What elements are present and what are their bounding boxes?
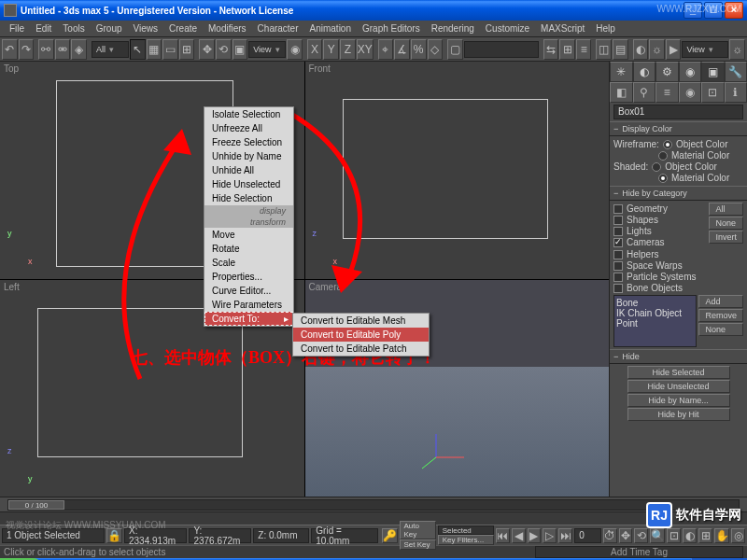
cm-convert-to[interactable]: Convert To: Convert to Editable Mesh Con… <box>204 312 293 326</box>
shapes-check[interactable] <box>613 216 623 225</box>
coord-z[interactable]: Z: 0.0mm <box>253 528 309 543</box>
menu-character[interactable]: Character <box>252 23 304 34</box>
menu-tools[interactable]: Tools <box>57 23 90 34</box>
scale-button[interactable]: ▣ <box>233 39 248 60</box>
restrict-y-button[interactable]: Y <box>323 39 339 60</box>
nav-icon[interactable]: 🔍 <box>650 528 665 543</box>
percent-snap-button[interactable]: % <box>411 39 427 60</box>
lights-check[interactable] <box>613 227 623 236</box>
sub-icon[interactable]: ℹ <box>725 82 748 103</box>
invert-button[interactable]: Invert <box>709 231 743 244</box>
hide-byhit-button[interactable]: Hide by Hit <box>627 408 730 421</box>
particles-check[interactable] <box>613 273 623 282</box>
bind-button[interactable]: ◈ <box>71 39 87 60</box>
selected-name-field[interactable]: Box01 <box>613 105 743 119</box>
helpers-check[interactable] <box>613 250 623 259</box>
autokey-button[interactable]: Auto Key <box>400 521 436 539</box>
cm-convert-patch[interactable]: Convert to Editable Patch <box>293 342 429 356</box>
cm-isolate[interactable]: Isolate Selection <box>204 107 293 121</box>
cm-unhide-all[interactable]: Unhide All <box>204 163 293 177</box>
menu-create[interactable]: Create <box>163 23 203 34</box>
cm-unhide-name[interactable]: Unhide by Name <box>204 149 293 163</box>
render-last-button[interactable]: ☼ <box>729 39 745 60</box>
coord-x[interactable]: X: 2334.913m <box>124 528 187 543</box>
cm-convert-mesh[interactable]: Convert to Editable Mesh <box>293 314 429 328</box>
nav-icon[interactable]: ⟲ <box>634 528 648 543</box>
sub-icon[interactable]: ⚲ <box>633 82 656 103</box>
modify-tab[interactable]: ◐ <box>633 62 656 82</box>
sub-icon[interactable]: ◧ <box>610 82 633 103</box>
menu-rendering[interactable]: Rendering <box>426 23 480 34</box>
selection-filter[interactable]: All <box>92 41 129 58</box>
menu-animation[interactable]: Animation <box>304 23 357 34</box>
select-region-button[interactable]: ▭ <box>162 39 178 60</box>
close-button[interactable]: × <box>725 2 743 19</box>
keymode-select[interactable]: Selected <box>438 525 494 535</box>
link-button[interactable]: ⚯ <box>38 39 54 60</box>
menu-grapheditors[interactable]: Graph Editors <box>357 23 426 34</box>
rollout-hide[interactable]: Hide <box>610 349 747 364</box>
nav-icon[interactable]: ◎ <box>731 528 745 543</box>
bones-check[interactable] <box>613 284 623 293</box>
sub-icon[interactable]: ◉ <box>679 82 702 103</box>
add-button[interactable]: Add <box>698 295 743 308</box>
trackview-button[interactable]: ▤ <box>613 39 628 60</box>
display-tab[interactable]: ▣ <box>701 62 725 82</box>
material-editor-button[interactable]: ◐ <box>633 39 649 60</box>
time-tag[interactable]: Add Time Tag <box>535 546 743 558</box>
cm-convert-poly[interactable]: Convert to Editable Poly <box>293 328 429 342</box>
geometry-check[interactable] <box>613 204 623 214</box>
mirror-button[interactable]: ⇆ <box>543 39 559 60</box>
sub-icon[interactable]: ⊡ <box>701 82 725 103</box>
remove-button[interactable]: Remove <box>698 309 743 322</box>
cm-curve-editor[interactable]: Curve Editor... <box>204 284 293 298</box>
cm-hide-unsel[interactable]: Hide Unselected <box>204 177 293 191</box>
keymode-icon[interactable]: 🔑 <box>382 528 398 543</box>
move-button[interactable]: ✥ <box>199 39 215 60</box>
window-crossing-button[interactable]: ⊞ <box>179 39 195 60</box>
ref-coord-system[interactable]: View <box>248 41 286 58</box>
menu-help[interactable]: Help <box>590 23 621 34</box>
frame-field[interactable]: 0 <box>574 528 600 543</box>
cm-freeze-sel[interactable]: Freeze Selection <box>204 135 293 149</box>
viewport-front[interactable]: Front zx <box>305 62 610 279</box>
time-knob[interactable]: 0 / 100 <box>8 500 64 510</box>
select-name-button[interactable]: ▦ <box>147 39 162 60</box>
setkey-button[interactable]: Set Key <box>400 539 436 550</box>
restrict-z-button[interactable]: Z <box>340 39 356 60</box>
rollout-hide-category[interactable]: Hide by Category <box>610 186 747 201</box>
pivot-button[interactable]: ◉ <box>287 39 303 60</box>
sub-icon[interactable]: ≡ <box>655 82 679 103</box>
hide-unselected-button[interactable]: Hide Unselected <box>627 380 730 393</box>
none-button[interactable]: None <box>709 217 743 230</box>
menu-maxscript[interactable]: MAXScript <box>535 23 590 34</box>
prev-frame-button[interactable]: ◀ <box>512 528 526 543</box>
cameras-check[interactable] <box>613 238 623 247</box>
play-button[interactable]: ▶ <box>528 528 542 543</box>
hierarchy-tab[interactable]: ⚙ <box>655 62 679 82</box>
wire-mat-radio[interactable] <box>658 151 668 161</box>
restrict-xy-button[interactable]: XY <box>357 39 374 60</box>
nav-icon[interactable]: ◐ <box>683 528 697 543</box>
render-scene-button[interactable]: ☼ <box>649 39 665 60</box>
coord-y[interactable]: Y: 2376.672m <box>189 528 251 543</box>
spinner-snap-button[interactable]: ◇ <box>428 39 444 60</box>
all-button[interactable]: All <box>709 203 743 216</box>
keyfilters-button[interactable]: Key Filters... <box>438 535 494 545</box>
maximize-button[interactable]: □ <box>704 2 723 19</box>
time-slider[interactable]: 0 / 100 <box>7 499 740 511</box>
cm-properties[interactable]: Properties... <box>204 270 293 284</box>
nav-icon[interactable]: ✋ <box>714 528 729 543</box>
undo-button[interactable]: ↶ <box>2 39 18 60</box>
minimize-button[interactable]: _ <box>684 2 702 19</box>
create-tab[interactable]: ✳ <box>610 62 633 82</box>
menu-file[interactable]: File <box>4 23 30 34</box>
track-bar[interactable] <box>0 511 747 525</box>
rotate-button[interactable]: ⟲ <box>216 39 232 60</box>
array-button[interactable]: ⊞ <box>559 39 575 60</box>
cm-wire-params[interactable]: Wire Parameters <box>204 298 293 312</box>
menu-views[interactable]: Views <box>128 23 164 34</box>
wire-obj-radio[interactable] <box>663 140 672 149</box>
cm-move[interactable]: Move <box>204 228 293 242</box>
goto-start-button[interactable]: ⏮ <box>496 528 510 543</box>
